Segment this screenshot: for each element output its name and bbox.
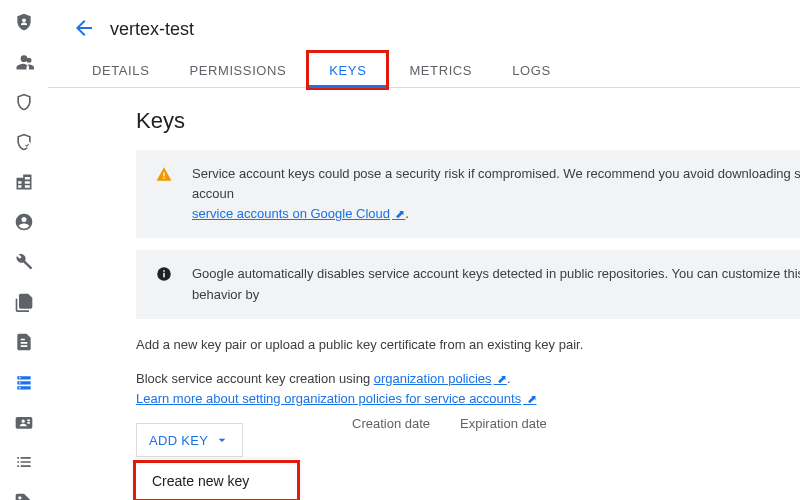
learn-more-link[interactable]: Learn more about setting organization po… bbox=[136, 391, 537, 406]
tab-bar: DETAILS PERMISSIONS KEYS METRICS LOGS bbox=[48, 53, 800, 88]
col-creation-date: Creation date bbox=[352, 416, 430, 431]
description-icon[interactable] bbox=[14, 332, 34, 352]
desc-line-2: Block service account key creation using bbox=[136, 371, 374, 386]
badge-icon[interactable] bbox=[14, 412, 34, 432]
warning-text: Service account keys could pose a securi… bbox=[192, 166, 800, 201]
svg-rect-6 bbox=[163, 177, 164, 178]
warning-icon bbox=[154, 164, 174, 183]
svg-rect-5 bbox=[163, 173, 164, 177]
svg-point-4 bbox=[19, 387, 21, 389]
add-key-menu: Create new key Upload existing key bbox=[136, 459, 297, 500]
tag-icon[interactable] bbox=[14, 492, 34, 500]
org-policies-link[interactable]: organization policies ⬈ bbox=[374, 371, 507, 386]
page-header: vertex-test bbox=[48, 0, 800, 53]
keys-table-header: Creation date Expiration date bbox=[352, 416, 547, 431]
shield-outline-icon[interactable] bbox=[14, 92, 34, 112]
info-text: Google automatically disables service ac… bbox=[192, 266, 800, 301]
svg-point-2 bbox=[19, 377, 21, 379]
iam-shield-icon[interactable] bbox=[14, 12, 34, 32]
warning-callout: Service account keys could pose a securi… bbox=[136, 150, 800, 238]
people-icon[interactable] bbox=[14, 52, 34, 72]
info-callout: Google automatically disables service ac… bbox=[136, 250, 800, 318]
back-arrow-icon[interactable] bbox=[72, 16, 96, 43]
menu-create-new-key[interactable]: Create new key bbox=[136, 463, 297, 499]
service-accounts-icon[interactable] bbox=[14, 372, 34, 392]
svg-point-1 bbox=[24, 141, 31, 148]
dropdown-arrow-icon bbox=[214, 432, 230, 448]
left-nav-rail bbox=[0, 0, 48, 500]
tab-logs[interactable]: LOGS bbox=[492, 53, 571, 87]
info-icon bbox=[154, 264, 174, 283]
tab-metrics[interactable]: METRICS bbox=[389, 53, 492, 87]
add-key-button[interactable]: ADD KEY bbox=[136, 423, 243, 457]
organization-icon[interactable] bbox=[14, 172, 34, 192]
account-circle-icon[interactable] bbox=[14, 212, 34, 232]
svg-point-0 bbox=[22, 18, 26, 22]
col-expiration-date: Expiration date bbox=[460, 416, 547, 431]
desc-line-1: Add a new key pair or upload a public ke… bbox=[136, 335, 800, 355]
external-link-icon: ⬈ bbox=[390, 207, 405, 221]
shield-check-icon[interactable] bbox=[14, 132, 34, 152]
wrench-icon[interactable] bbox=[14, 252, 34, 272]
svg-rect-8 bbox=[163, 273, 165, 278]
svg-point-3 bbox=[19, 382, 21, 384]
tab-keys[interactable]: KEYS bbox=[309, 53, 386, 87]
svg-rect-9 bbox=[163, 271, 165, 273]
external-link-icon: ⬈ bbox=[492, 372, 507, 386]
page-title: vertex-test bbox=[110, 19, 194, 40]
files-icon[interactable] bbox=[14, 292, 34, 312]
tab-details[interactable]: DETAILS bbox=[72, 53, 169, 87]
external-link-icon: ⬈ bbox=[521, 392, 536, 406]
warning-link[interactable]: service accounts on Google Cloud ⬈ bbox=[192, 206, 405, 221]
list-icon[interactable] bbox=[14, 452, 34, 472]
tab-permissions[interactable]: PERMISSIONS bbox=[169, 53, 306, 87]
section-heading: Keys bbox=[136, 108, 800, 134]
